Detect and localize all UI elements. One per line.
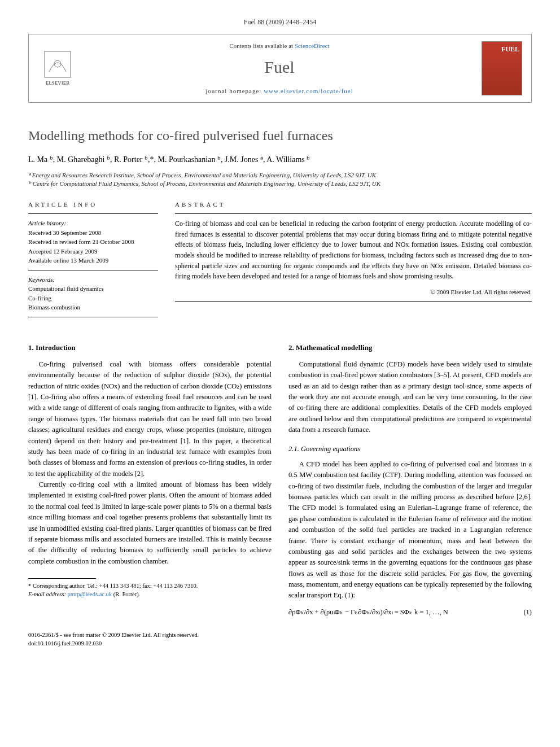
keyword: Computational fluid dynamics bbox=[28, 284, 158, 294]
keywords-block: Keywords: Computational fluid dynamics C… bbox=[28, 275, 158, 312]
affiliations: ᵃ Energy and Resources Research Institut… bbox=[28, 171, 532, 189]
email-footnote: E-mail address: pmrp@leeds.ac.uk (R. Por… bbox=[28, 591, 272, 599]
article-body: 1. Introduction Co-firing pulverised coa… bbox=[28, 339, 532, 620]
equation-expression: ∂ρΦₖ/∂x + ∂(ρuᵢΦₖ − Γₖ∂Φₖ/∂xᵢ)/∂xᵢ = SΦₖ… bbox=[288, 607, 448, 618]
article-info-column: ARTICLE INFO Article history: Received 3… bbox=[28, 200, 158, 322]
corresponding-email-link[interactable]: pmrp@leeds.ac.uk bbox=[68, 591, 112, 597]
journal-cover-label: FUEL bbox=[501, 44, 519, 54]
body-paragraph: Currently co-firing coal with a limited … bbox=[28, 479, 272, 567]
header-center: Contents lists available at ScienceDirec… bbox=[86, 41, 473, 95]
article-history-label: Article history: bbox=[28, 219, 158, 228]
abstract-header: ABSTRACT bbox=[175, 200, 532, 209]
divider bbox=[28, 213, 158, 214]
email-author: (R. Porter). bbox=[112, 591, 140, 597]
author-list: L. Ma ᵇ, M. Gharebaghi ᵇ, R. Porter ᵇ,*,… bbox=[28, 154, 532, 165]
corresponding-author-footnote: * Corresponding author. Tel.: +44 113 34… bbox=[28, 582, 272, 591]
section-2-heading: 2. Mathematical modelling bbox=[288, 342, 532, 353]
abstract-column: ABSTRACT Co-firing of biomass and coal c… bbox=[175, 200, 532, 322]
footer-doi: doi:10.1016/j.fuel.2009.02.030 bbox=[28, 640, 532, 648]
article-info-header: ARTICLE INFO bbox=[28, 200, 158, 209]
equation-1: ∂ρΦₖ/∂x + ∂(ρuᵢΦₖ − Γₖ∂Φₖ/∂xᵢ)/∂xᵢ = SΦₖ… bbox=[288, 607, 532, 618]
svg-point-1 bbox=[54, 60, 61, 67]
email-label: E-mail address: bbox=[28, 591, 68, 597]
body-paragraph: Computational fluid dynamic (CFD) models… bbox=[288, 359, 532, 436]
info-abstract-row: ARTICLE INFO Article history: Received 3… bbox=[28, 200, 532, 322]
footnotes: * Corresponding author. Tel.: +44 113 34… bbox=[28, 582, 272, 599]
svg-rect-0 bbox=[45, 51, 71, 77]
journal-reference: Fuel 88 (2009) 2448–2454 bbox=[28, 17, 532, 27]
footnote-separator bbox=[28, 578, 96, 579]
page-footer: 0016-2361/$ - see front matter © 2009 El… bbox=[28, 631, 532, 648]
divider bbox=[28, 270, 158, 270]
article-history-block: Article history: Received 30 September 2… bbox=[28, 219, 158, 265]
received-date: Received 30 September 2008 bbox=[28, 228, 158, 238]
abstract-text: Co-firing of biomass and coal can be ben… bbox=[175, 219, 532, 282]
journal-cover-thumbnail: FUEL bbox=[482, 41, 522, 95]
accepted-date: Accepted 12 February 2009 bbox=[28, 247, 158, 256]
section-1-heading: 1. Introduction bbox=[28, 342, 272, 353]
keyword: Biomass combustion bbox=[28, 303, 158, 312]
revised-date: Received in revised form 21 October 2008 bbox=[28, 237, 158, 247]
journal-header-box: ELSEVIER Contents lists available at Sci… bbox=[28, 34, 532, 103]
elsevier-logo: ELSEVIER bbox=[38, 46, 77, 91]
sciencedirect-link[interactable]: ScienceDirect bbox=[295, 42, 330, 49]
article-title: Modelling methods for co-fired pulverise… bbox=[28, 125, 532, 146]
keywords-label: Keywords: bbox=[28, 275, 158, 285]
affiliation-b: ᵇ Centre for Computational Fluid Dynamic… bbox=[28, 180, 532, 188]
body-paragraph: Co-firing pulverised coal with biomass o… bbox=[28, 359, 272, 479]
footer-front-matter: 0016-2361/$ - see front matter © 2009 El… bbox=[28, 631, 532, 640]
body-paragraph: A CFD model has been applied to co-firin… bbox=[288, 459, 532, 601]
divider bbox=[175, 213, 532, 214]
elsevier-label: ELSEVIER bbox=[46, 80, 70, 88]
journal-homepage-line: journal homepage: www.elsevier.com/locat… bbox=[86, 86, 473, 96]
contents-prefix: Contents lists available at bbox=[229, 42, 294, 49]
divider bbox=[175, 301, 532, 302]
abstract-copyright: © 2009 Elsevier Ltd. All rights reserved… bbox=[175, 287, 532, 297]
affiliation-a: ᵃ Energy and Resources Research Institut… bbox=[28, 171, 532, 180]
section-2-1-heading: 2.1. Governing equations bbox=[288, 444, 532, 455]
divider bbox=[28, 317, 158, 317]
keyword: Co-firing bbox=[28, 294, 158, 303]
journal-name: Fuel bbox=[86, 54, 473, 80]
online-date: Available online 13 March 2009 bbox=[28, 256, 158, 265]
homepage-prefix: journal homepage: bbox=[205, 88, 264, 94]
journal-homepage-link[interactable]: www.elsevier.com/locate/fuel bbox=[264, 88, 353, 94]
equation-number: (1) bbox=[523, 607, 532, 618]
contents-available-line: Contents lists available at ScienceDirec… bbox=[86, 41, 473, 51]
